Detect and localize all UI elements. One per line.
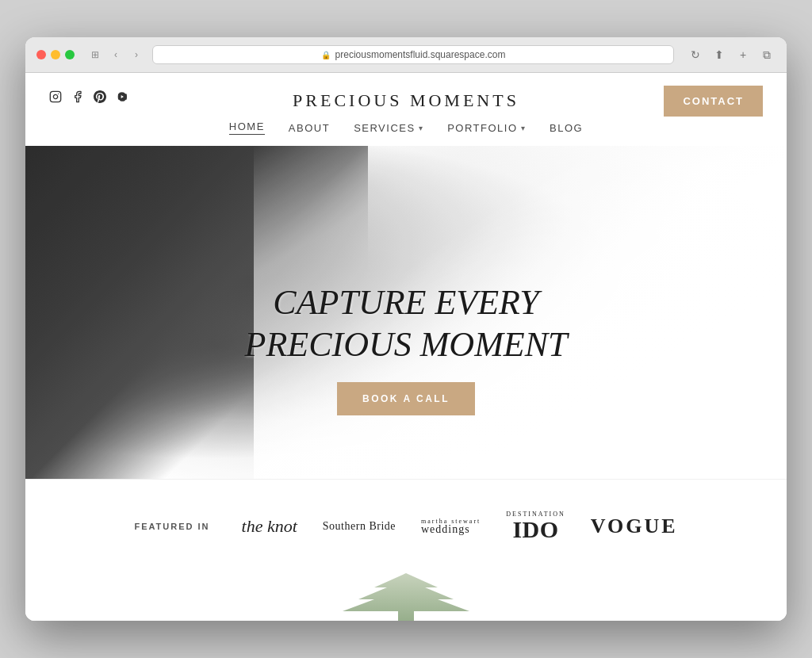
site-title: PRECIOUS MOMENTS: [49, 87, 763, 121]
theknot-logo: the knot: [242, 516, 297, 537]
southernbride-logo: Southern Bride: [323, 520, 396, 533]
featured-section: FEATURED IN the knot Southern Bride mart…: [25, 479, 787, 573]
instagram-icon[interactable]: [49, 90, 62, 105]
nav-item-about[interactable]: ABOUT: [289, 121, 330, 135]
back-button[interactable]: ‹: [108, 47, 124, 63]
publication-logos: the knot Southern Bride martha stewart w…: [242, 511, 678, 541]
browser-actions: ↻ ⬆ + ⧉: [687, 46, 776, 63]
minimize-button[interactable]: [51, 50, 60, 59]
ido-text: IDO: [512, 518, 558, 541]
browser-chrome: ⊞ ‹ › 🔒 preciousmomentsfluid.squarespace…: [25, 37, 787, 73]
facebook-icon[interactable]: [71, 90, 84, 105]
contact-button[interactable]: CONTACT: [664, 86, 763, 117]
main-nav: HOME ABOUT SERVICES ▾ PORTFOLIO ▾ BLOG: [49, 121, 763, 146]
hero-content: CAPTURE EVERY PRECIOUS MOMENT BOOK A CAL…: [25, 282, 787, 415]
nav-item-services[interactable]: SERVICES ▾: [354, 121, 423, 135]
portfolio-chevron-icon: ▾: [521, 124, 527, 132]
hero-section: CAPTURE EVERY PRECIOUS MOMENT BOOK A CAL…: [25, 146, 787, 479]
tree-image: [327, 573, 485, 621]
site-header: PRECIOUS MOMENTS CONTACT HOME ABOUT SERV…: [25, 73, 787, 146]
hero-headline: CAPTURE EVERY PRECIOUS MOMENT: [245, 282, 568, 366]
hero-headline-line2: PRECIOUS MOMENT: [245, 324, 568, 366]
url-text: preciousmomentsfluid.squarespace.com: [335, 49, 506, 60]
nav-item-blog[interactable]: BLOG: [550, 121, 583, 135]
new-tab-icon[interactable]: +: [734, 46, 752, 63]
svg-rect-0: [50, 91, 60, 101]
ido-logo: DESTINATION IDO: [506, 511, 565, 541]
hero-headline-line1: CAPTURE EVERY: [245, 282, 568, 324]
featured-label: FEATURED IN: [134, 522, 209, 531]
weddings-logo: martha stewart weddings: [421, 518, 481, 536]
lock-icon: 🔒: [321, 51, 331, 59]
social-icons: [49, 90, 128, 105]
reload-icon[interactable]: ↻: [687, 46, 704, 63]
close-button[interactable]: [36, 50, 46, 59]
book-call-button[interactable]: BOOK A CALL: [337, 382, 475, 415]
nav-item-home[interactable]: HOME: [229, 121, 265, 135]
nav-item-portfolio[interactable]: PORTFOLIO ▾: [447, 121, 526, 135]
vogue-logo: VOGUE: [591, 515, 678, 538]
browser-window: ⊞ ‹ › 🔒 preciousmomentsfluid.squarespace…: [25, 37, 787, 621]
url-bar[interactable]: 🔒 preciousmomentsfluid.squarespace.com: [152, 45, 674, 64]
pinterest-icon[interactable]: [94, 90, 106, 105]
forward-button[interactable]: ›: [128, 47, 144, 63]
share-icon[interactable]: ⬆: [710, 46, 728, 63]
maximize-button[interactable]: [65, 50, 75, 59]
services-chevron-icon: ▾: [419, 124, 424, 132]
sidebar-toggle-icon[interactable]: ⊞: [87, 47, 103, 63]
youtube-icon[interactable]: [116, 90, 128, 105]
tabs-icon[interactable]: ⧉: [758, 46, 776, 63]
traffic-lights: [36, 50, 75, 59]
website-content: PRECIOUS MOMENTS CONTACT HOME ABOUT SERV…: [25, 73, 787, 621]
window-controls: ⊞ ‹ ›: [87, 47, 144, 63]
bottom-peek-section: [25, 573, 787, 621]
